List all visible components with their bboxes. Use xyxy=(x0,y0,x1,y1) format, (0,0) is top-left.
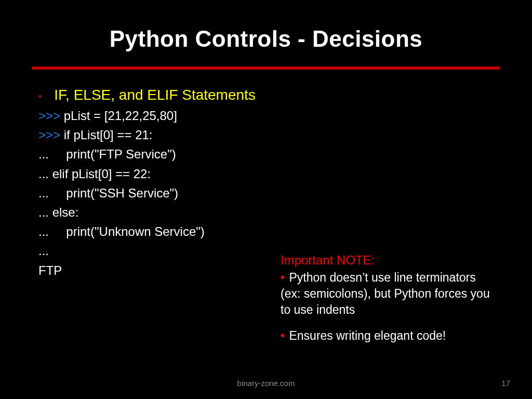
slide-content: • IF, ELSE, and ELIF Statements >>> pLis… xyxy=(31,84,501,280)
spacer xyxy=(281,318,499,328)
note-item: • Ensures writing elegant code! xyxy=(281,328,499,344)
code-text: pList = [21,22,25,80] xyxy=(64,109,177,123)
code-line: ... else: xyxy=(38,203,501,222)
code-line: ... elif pList[0] == 22: xyxy=(38,164,501,183)
prompt-icon: >>> xyxy=(38,109,64,123)
code-text: if pList[0] == 21: xyxy=(64,128,153,142)
title-underline xyxy=(32,66,500,70)
code-line: >>> if pList[0] == 21: xyxy=(38,125,501,144)
bullet-dot-icon: • xyxy=(281,271,285,284)
note-heading: Important NOTE: xyxy=(281,252,499,269)
continuation-icon: ... xyxy=(38,167,52,181)
continuation-icon: ... xyxy=(38,224,66,238)
bullet-dot-icon: • xyxy=(281,329,285,342)
continuation-icon: ... xyxy=(38,186,66,200)
continuation-icon: ... xyxy=(38,205,52,219)
continuation-icon: ... xyxy=(38,147,66,161)
code-line: ... print("FTP Service") xyxy=(38,144,501,164)
code-text: print("SSH Service") xyxy=(66,186,178,200)
bullet-dot-icon: • xyxy=(38,88,54,105)
code-text: print("Unknown Service") xyxy=(66,224,204,238)
code-text: else: xyxy=(52,205,79,219)
slide: Python Controls - Decisions • IF, ELSE, … xyxy=(0,0,532,399)
note-item: • Python doesn’t use line terminators (e… xyxy=(281,270,499,318)
slide-title: Python Controls - Decisions xyxy=(31,26,501,52)
continuation-icon: ... xyxy=(38,244,49,258)
prompt-icon: >>> xyxy=(38,128,64,142)
code-line: ... print("SSH Service") xyxy=(38,183,501,203)
code-line: >>> pList = [21,22,25,80] xyxy=(38,106,501,125)
code-text: elif pList[0] == 22: xyxy=(52,167,151,181)
page-number: 17 xyxy=(501,379,510,388)
bullet-heading-text: IF, ELSE, and ELIF Statements xyxy=(54,84,256,106)
bullet-heading: • IF, ELSE, and ELIF Statements xyxy=(38,84,501,106)
footer-source: binary-zone.com xyxy=(0,379,532,388)
note-box: Important NOTE: • Python doesn’t use lin… xyxy=(281,252,499,344)
code-line: ... print("Unknown Service") xyxy=(38,222,501,241)
note-text: Ensures writing elegant code! xyxy=(289,329,446,342)
code-text: print("FTP Service") xyxy=(66,147,176,161)
note-text: Python doesn xyxy=(289,271,362,284)
